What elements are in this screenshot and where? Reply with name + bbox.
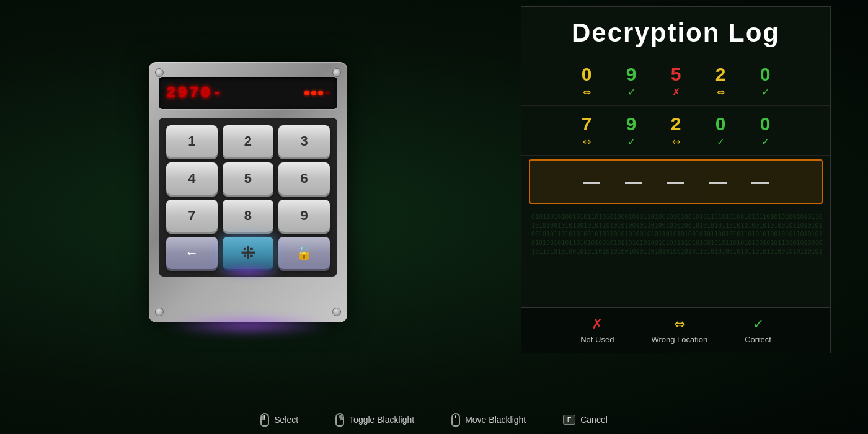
- key-2[interactable]: 2: [223, 125, 274, 157]
- mouse-scroll3: [455, 415, 456, 418]
- digit-cell: 2 ⇔: [663, 113, 688, 148]
- dash-1: —: [583, 172, 600, 192]
- correct-icon: ✓: [753, 316, 764, 332]
- digit-cell: 0 ⇔: [574, 64, 599, 98]
- digit-val: 0: [760, 64, 771, 85]
- legend-wrong-location: ⇔ Wrong Location: [651, 316, 707, 344]
- digit-val: 0: [715, 113, 726, 135]
- digit-val: 0: [760, 113, 771, 135]
- led-3: [318, 91, 323, 95]
- digit-val: 9: [626, 113, 637, 135]
- digit-hint: ✓: [761, 136, 769, 148]
- legend: ✗ Not Used ⇔ Wrong Location ✓ Correct: [521, 307, 830, 353]
- key-1[interactable]: 1: [166, 125, 218, 157]
- fingerprint-icon: ⁜: [241, 243, 255, 264]
- display-code: 2970-: [166, 84, 224, 102]
- digit-hint: ✓: [717, 136, 725, 148]
- mouse-move-icon: [451, 413, 460, 427]
- dash-3: —: [667, 172, 684, 192]
- fingerprint-glow: [216, 265, 280, 278]
- screw-tr: [332, 68, 341, 77]
- not-used-label: Not Used: [580, 335, 614, 344]
- bg-text: 0101101010010101101010100010101101001010…: [531, 213, 820, 256]
- display-leds: [304, 91, 330, 95]
- digit-hint: ⇔: [583, 86, 591, 98]
- decryption-log-panel: Decryption Log 0 ⇔ 9 ✓ 5 ✗ 2 ⇔ 0 ✓ 7 ⇔ 9: [521, 6, 831, 353]
- legend-not-used: ✗ Not Used: [580, 316, 614, 344]
- key-fingerprint[interactable]: ⁜: [223, 237, 274, 269]
- attempt-row-1: 0 ⇔ 9 ✓ 5 ✗ 2 ⇔ 0 ✓: [521, 56, 830, 106]
- dash-4: —: [709, 172, 727, 192]
- digit-cell: 5 ✗: [663, 64, 688, 98]
- control-toggle-blacklight: Toggle Blacklight: [335, 413, 414, 427]
- cancel-label: Cancel: [580, 415, 608, 425]
- digit-cell: 0 ✓: [753, 113, 777, 148]
- digit-cell: 7 ⇔: [574, 113, 599, 148]
- key-4[interactable]: 4: [166, 162, 218, 195]
- control-cancel: F Cancel: [563, 415, 608, 425]
- led-2: [311, 91, 316, 95]
- digit-val: 2: [671, 113, 681, 135]
- control-select: Select: [260, 413, 298, 427]
- mouse-toggle-icon: [335, 413, 344, 427]
- keypad-grid: 1 2 3 4 5 6 7 8 9 ⁜: [159, 118, 337, 277]
- digit-hint: ✓: [761, 86, 769, 98]
- digit-cell: 0 ✓: [753, 64, 777, 98]
- key-9[interactable]: 9: [278, 200, 330, 232]
- dash-2: —: [625, 172, 642, 192]
- digit-cell: 0 ✓: [708, 113, 733, 148]
- digit-hint: ✓: [627, 86, 636, 98]
- digit-val: 5: [671, 64, 681, 85]
- wrong-location-icon: ⇔: [674, 316, 685, 332]
- dash-5: —: [751, 172, 769, 192]
- led-1: [304, 91, 309, 95]
- digit-cell: 9 ✓: [619, 64, 644, 98]
- f-key-icon: F: [563, 415, 575, 425]
- key-8[interactable]: 8: [223, 200, 274, 232]
- move-blacklight-label: Move Blacklight: [465, 415, 526, 425]
- bg-text-area: 0101101010010101101010100010101101001010…: [521, 208, 830, 270]
- screw-bl: [155, 308, 164, 316]
- digit-cell: 9 ✓: [619, 113, 644, 148]
- attempt-row-2: 7 ⇔ 9 ✓ 2 ⇔ 0 ✓ 0 ✓: [521, 106, 830, 156]
- bottom-controls-bar: Select Toggle Blacklight Move Blacklight…: [0, 405, 868, 434]
- control-move-blacklight: Move Blacklight: [451, 413, 526, 427]
- correct-label: Correct: [745, 335, 771, 344]
- key-7[interactable]: 7: [166, 200, 218, 232]
- led-4: [325, 91, 330, 95]
- digit-hint: ⇔: [717, 86, 725, 98]
- log-title: Decryption Log: [521, 7, 830, 56]
- mouse-select-icon: [260, 413, 269, 427]
- digit-hint: ⇔: [583, 136, 591, 148]
- wrong-location-label: Wrong Location: [651, 335, 707, 344]
- select-label: Select: [274, 415, 298, 425]
- key-6[interactable]: 6: [278, 162, 330, 195]
- purple-glow: [161, 316, 335, 335]
- mouse-scroll2: [339, 415, 340, 418]
- mouse-scroll: [264, 415, 265, 418]
- not-used-icon: ✗: [591, 316, 603, 332]
- toggle-blacklight-label: Toggle Blacklight: [349, 415, 414, 425]
- digit-hint: ✓: [627, 136, 636, 148]
- screw-tl: [155, 68, 164, 77]
- key-lock[interactable]: [278, 237, 330, 269]
- current-input-row: — — — — —: [529, 159, 823, 204]
- legend-correct: ✓ Correct: [745, 316, 771, 344]
- code-display: 2970-: [159, 77, 337, 109]
- key-3[interactable]: 3: [278, 125, 330, 157]
- keypad-panel: 2970- 1 2 3 4 5 6 7 8 9 ⁜: [149, 62, 347, 322]
- digit-cell: 2 ⇔: [708, 64, 733, 98]
- digit-val: 0: [582, 64, 592, 85]
- key-backspace[interactable]: [166, 237, 218, 269]
- key-5[interactable]: 5: [223, 162, 274, 195]
- screw-br: [332, 308, 341, 316]
- digit-hint: ✗: [672, 86, 680, 98]
- digit-hint: ⇔: [672, 136, 680, 148]
- digit-val: 2: [715, 64, 726, 85]
- digit-val: 9: [626, 64, 637, 85]
- digit-val: 7: [582, 113, 592, 135]
